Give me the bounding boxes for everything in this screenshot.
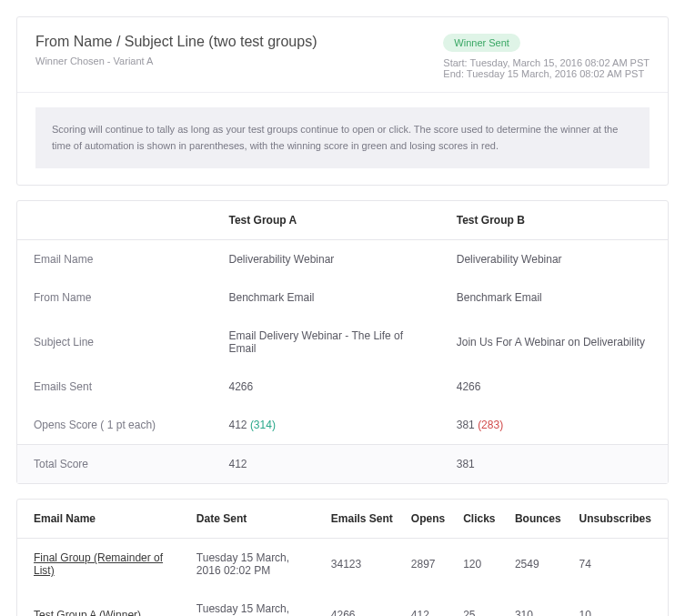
table-row: Test Group A (Winner) Tuesday 15 March, … — [17, 590, 668, 616]
page-title: From Name / Subject Line (two test group… — [35, 34, 317, 50]
comparison-table: Test Group A Test Group B Email Name Del… — [17, 201, 668, 483]
value-from-name-a: Benchmark Email — [213, 278, 440, 317]
opens-score-b-paren: (283) — [478, 419, 503, 431]
header-right: Winner Sent Start: Tuesday, March 15, 20… — [443, 34, 650, 79]
header-section: From Name / Subject Line (two test group… — [17, 17, 668, 92]
value-email-name-b: Deliverability Webinar — [440, 240, 668, 279]
col-bounces: Bounces — [506, 500, 570, 539]
col-emails-sent: Emails Sent — [322, 500, 402, 539]
col-header-group-a: Test Group A — [213, 201, 440, 240]
table-row: Final Group (Remainder of List) Tuesday … — [17, 539, 668, 591]
opens-score-a-paren: (314) — [250, 419, 276, 431]
col-unsubs: Unsubscribes — [570, 500, 668, 539]
row-subject-line: Subject Line Email Delivery Webinar - Th… — [17, 317, 668, 368]
results-table: Email Name Date Sent Emails Sent Opens C… — [17, 500, 668, 616]
email-link-group-a[interactable]: Test Group A (Winner) — [34, 609, 141, 616]
cell-clicks: 120 — [454, 539, 506, 591]
winner-chosen-label: Winner Chosen - Variant A — [35, 56, 317, 66]
results-card: Email Name Date Sent Emails Sent Opens C… — [16, 499, 669, 616]
label-total-score: Total Score — [17, 445, 213, 484]
label-subject-line: Subject Line — [17, 317, 213, 368]
label-emails-sent: Emails Sent — [17, 368, 213, 406]
value-total-score-a: 412 — [213, 445, 440, 484]
row-email-name: Email Name Deliverability Webinar Delive… — [17, 240, 668, 279]
value-opens-score-b: 381 (283) — [440, 406, 668, 445]
opens-score-a-main: 412 — [229, 419, 247, 431]
cell-unsubs: 74 — [570, 539, 668, 591]
cell-date: Tuesday 15 March, 2016 08:02 AM — [187, 590, 322, 616]
col-email-name: Email Name — [17, 500, 187, 539]
row-total-score: Total Score 412 381 — [17, 445, 668, 484]
cell-sent: 34123 — [322, 539, 402, 591]
comparison-card: Test Group A Test Group B Email Name Del… — [16, 200, 669, 484]
cell-opens: 412 — [402, 590, 454, 616]
winner-sent-badge: Winner Sent — [443, 34, 520, 52]
col-opens: Opens — [402, 500, 454, 539]
value-from-name-b: Benchmark Email — [440, 278, 668, 317]
value-emails-sent-b: 4266 — [440, 368, 668, 406]
label-opens-score: Opens Score ( 1 pt each) — [17, 406, 213, 445]
value-opens-score-a: 412 (314) — [213, 406, 440, 445]
row-from-name: From Name Benchmark Email Benchmark Emai… — [17, 278, 668, 317]
cell-sent: 4266 — [322, 590, 402, 616]
cell-unsubs: 10 — [570, 590, 668, 616]
col-header-group-b: Test Group B — [440, 201, 668, 240]
header-left: From Name / Subject Line (two test group… — [35, 34, 317, 66]
value-total-score-b: 381 — [440, 445, 668, 484]
scoring-info-box: Scoring will continue to tally as long a… — [35, 107, 650, 168]
value-emails-sent-a: 4266 — [213, 368, 440, 406]
cell-date: Tuesday 15 March, 2016 02:02 PM — [187, 539, 322, 591]
cell-bounces: 2549 — [506, 539, 570, 591]
row-opens-score: Opens Score ( 1 pt each) 412 (314) 381 (… — [17, 406, 668, 445]
cell-bounces: 310 — [506, 590, 570, 616]
email-link-final-group[interactable]: Final Group (Remainder of List) — [34, 551, 163, 577]
ab-test-summary-card: From Name / Subject Line (two test group… — [16, 16, 669, 186]
end-time: End: Tuesday 15 March, 2016 08:02 AM PST — [443, 68, 650, 79]
value-email-name-a: Deliverability Webinar — [213, 240, 440, 279]
label-email-name: Email Name — [17, 240, 213, 279]
row-emails-sent: Emails Sent 4266 4266 — [17, 368, 668, 406]
cell-opens: 2897 — [402, 539, 454, 591]
value-subject-line-b: Join Us For A Webinar on Deliverability — [440, 317, 668, 368]
opens-score-b-main: 381 — [457, 419, 475, 431]
start-time: Start: Tuesday, March 15, 2016 08:02 AM … — [443, 57, 650, 68]
col-date-sent: Date Sent — [187, 500, 322, 539]
col-clicks: Clicks — [454, 500, 506, 539]
label-from-name: From Name — [17, 278, 213, 317]
value-subject-line-a: Email Delivery Webinar - The Life of Ema… — [213, 317, 440, 368]
cell-clicks: 25 — [454, 590, 506, 616]
